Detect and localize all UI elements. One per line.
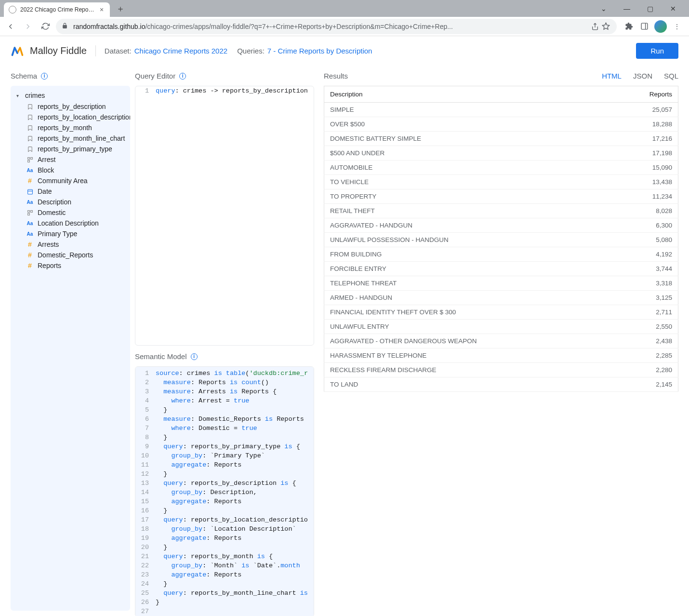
- schema-item-label: Domestic: [38, 209, 66, 216]
- cell-reports: 4,192: [615, 247, 678, 262]
- schema-item[interactable]: reports_by_month_line_chart: [13, 133, 128, 144]
- code-line: query: reports_by_primary_type is {: [156, 442, 314, 451]
- info-icon[interactable]: i: [41, 73, 48, 80]
- cell-description: TO VEHICLE: [324, 175, 615, 189]
- table-row: HARASSMENT BY TELEPHONE2,285: [324, 348, 678, 363]
- code-line: [156, 607, 314, 616]
- schema-item[interactable]: AaLocation Description: [13, 218, 128, 228]
- schema-item-label: Reports: [38, 262, 61, 269]
- table-row: TO LAND2,145: [324, 377, 678, 392]
- extensions-icon[interactable]: [623, 21, 634, 32]
- cell-reports: 15,090: [615, 161, 678, 175]
- cell-reports: 6,300: [615, 218, 678, 233]
- table-row: TELEPHONE THREAT3,318: [324, 276, 678, 291]
- line-number: 11: [135, 460, 156, 469]
- reload-button[interactable]: [39, 20, 52, 33]
- menu-icon[interactable]: ⋮: [672, 21, 682, 32]
- table-row: UNLAWFUL ENTRY2,550: [324, 320, 678, 334]
- line-number: 1: [135, 86, 156, 95]
- line-number: 16: [135, 506, 156, 515]
- star-icon[interactable]: [600, 21, 611, 32]
- new-tab-button[interactable]: ＋: [114, 2, 127, 15]
- cell-description: FORCIBLE ENTRY: [324, 262, 615, 276]
- back-button[interactable]: [4, 20, 17, 33]
- table-row: $500 AND UNDER17,198: [324, 146, 678, 161]
- url-bar[interactable]: randomfractals.github.io/chicago-crimes/…: [56, 19, 617, 34]
- schema-item[interactable]: Arrest: [13, 154, 128, 165]
- cell-description: FROM BUILDING: [324, 247, 615, 262]
- line-number: 25: [135, 589, 156, 598]
- forward-button[interactable]: [21, 20, 35, 33]
- cell-description: HARASSMENT BY TELEPHONE: [324, 348, 615, 363]
- line-number: 5: [135, 405, 156, 415]
- schema-item[interactable]: #Arrests: [13, 239, 128, 250]
- line-number: 26: [135, 598, 156, 607]
- results-tab-json[interactable]: JSON: [633, 72, 652, 80]
- maximize-icon[interactable]: ▢: [643, 5, 657, 13]
- results-tab-sql[interactable]: SQL: [664, 72, 678, 80]
- line-number: 27: [135, 607, 156, 616]
- cell-reports: 13,438: [615, 175, 678, 189]
- schema-item[interactable]: reports_by_primary_type: [13, 144, 128, 154]
- line-number: 1: [135, 369, 156, 378]
- cell-description: DOMESTIC BATTERY SIMPLE: [324, 132, 615, 146]
- close-icon[interactable]: ×: [98, 6, 105, 13]
- svg-rect-9: [30, 210, 32, 212]
- svg-rect-5: [27, 160, 29, 162]
- schema-item[interactable]: reports_by_description: [13, 101, 128, 112]
- code-line: }: [156, 579, 314, 589]
- schema-root[interactable]: ▾ crimes: [13, 90, 128, 101]
- results-tab-html[interactable]: HTML: [602, 72, 622, 80]
- schema-item[interactable]: AaDescription: [13, 197, 128, 207]
- window-dropdown-icon[interactable]: ⌄: [596, 5, 611, 13]
- line-number: 17: [135, 515, 156, 524]
- code-line: }: [156, 506, 314, 515]
- schema-item[interactable]: Date: [13, 186, 128, 197]
- cell-description: AGGRAVATED - OTHER DANGEROUS WEAPON: [324, 334, 615, 348]
- schema-item[interactable]: AaBlock: [13, 165, 128, 175]
- share-icon[interactable]: [590, 21, 600, 32]
- schema-item[interactable]: Domestic: [13, 207, 128, 218]
- schema-item[interactable]: #Domestic_Reports: [13, 250, 128, 260]
- cell-reports: 2,145: [615, 377, 678, 392]
- cell-description: TO LAND: [324, 377, 615, 392]
- dataset-link[interactable]: Chicago Crime Reports 2022: [134, 47, 227, 55]
- browser-tab[interactable]: 2022 Chicago Crime Reports Ma ×: [4, 2, 110, 17]
- avatar[interactable]: [654, 20, 667, 33]
- info-icon[interactable]: i: [179, 73, 186, 80]
- schema-item[interactable]: reports_by_location_description: [13, 112, 128, 122]
- minimize-icon[interactable]: —: [620, 5, 634, 13]
- bookmark-icon: [26, 103, 34, 110]
- code-line: }: [156, 598, 314, 607]
- run-button[interactable]: Run: [636, 43, 678, 59]
- schema-item-label: Primary Type: [38, 230, 77, 238]
- queries-label: Queries:: [237, 47, 265, 55]
- code-line: where: Arrest = true: [156, 396, 314, 405]
- code-line: measure: Reports is count(): [156, 378, 314, 387]
- code-line: }: [156, 543, 314, 552]
- schema-item[interactable]: reports_by_month: [13, 122, 128, 133]
- cell-description: AUTOMOBILE: [324, 161, 615, 175]
- sidepanel-icon[interactable]: [639, 21, 649, 32]
- query-editor[interactable]: 1query: crimes -> reports_by_description: [135, 86, 314, 346]
- cell-reports: 18,288: [615, 117, 678, 132]
- schema-item[interactable]: AaPrimary Type: [13, 228, 128, 239]
- date-icon: [26, 187, 34, 195]
- table-row: AGGRAVATED - OTHER DANGEROUS WEAPON2,438: [324, 334, 678, 348]
- queries-link[interactable]: 7 - Crime Reports by Description: [267, 47, 372, 55]
- code-line: }: [156, 405, 314, 415]
- close-window-icon[interactable]: ✕: [666, 5, 680, 13]
- cell-description: RECKLESS FIREARM DISCHARGE: [324, 363, 615, 377]
- info-icon[interactable]: i: [191, 353, 198, 360]
- semantic-model-editor[interactable]: 1source: crimes is table('duckdb:crime_r…: [135, 366, 314, 616]
- table-row: FORCIBLE ENTRY3,744: [324, 262, 678, 276]
- schema-panel: ▾ crimes reports_by_descriptionreports_b…: [11, 86, 130, 611]
- cell-reports: 17,216: [615, 132, 678, 146]
- schema-item[interactable]: #Reports: [13, 260, 128, 271]
- schema-item[interactable]: #Community Area: [13, 175, 128, 186]
- cell-reports: 3,125: [615, 291, 678, 305]
- code-line: where: Domestic = true: [156, 424, 314, 433]
- cell-description: TO PROPERTY: [324, 189, 615, 204]
- line-number: 20: [135, 543, 156, 552]
- schema-item-label: Arrests: [38, 241, 59, 248]
